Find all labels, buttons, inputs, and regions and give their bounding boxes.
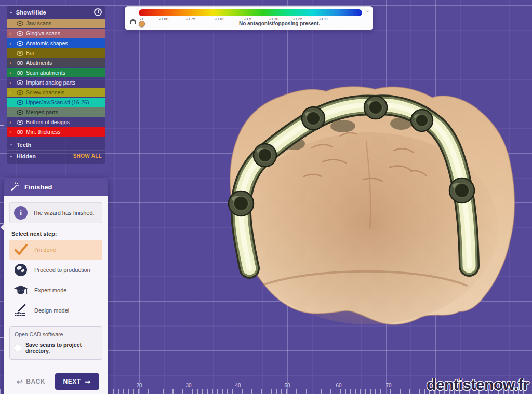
chevron-right-icon[interactable]: › [9, 40, 16, 46]
layer-label: Gingiva scans [26, 30, 60, 36]
layer-label: Jaw scans [26, 20, 51, 26]
layer-row-scan-abutments[interactable]: › Scan abutments [7, 68, 105, 77]
layer-label: Bar [26, 50, 34, 56]
left-edge-tick [0, 125, 4, 126]
design-model-icon [14, 304, 28, 317]
eye-icon[interactable] [17, 80, 23, 85]
chevron-right-icon[interactable]: › [9, 60, 16, 66]
scale-slider-knob[interactable] [139, 21, 145, 27]
chevron-right-icon[interactable]: › [9, 129, 16, 135]
production-icon [14, 263, 28, 277]
watermark: dentistenow.fr [427, 376, 529, 393]
layer-label: Anatomic shapes [26, 40, 68, 46]
ruler-number: 20 [136, 383, 142, 388]
checkbox[interactable] [15, 345, 21, 351]
layer-row-abutments[interactable]: › Abutments [7, 58, 105, 67]
layer-label: Merged parts [26, 109, 58, 115]
layer-row-upper-jaw-scan[interactable]: › UpperJawScan.stl (16-26) [7, 98, 105, 107]
next-step-prompt: Select next step: [11, 230, 100, 237]
step-proceed-to-production[interactable]: Proceed to production [9, 260, 102, 280]
arrow-left-icon: ↩ [17, 377, 23, 386]
power-icon[interactable] [94, 8, 102, 16]
ruler-number: 50 [284, 383, 290, 388]
info-icon: i [14, 206, 28, 220]
wizard-title: Finished [24, 183, 52, 191]
scale-slider-track [143, 24, 187, 24]
section-hidden[interactable]: › Hidden SHOW ALL [7, 150, 105, 161]
next-button[interactable]: NEXT ➞ [55, 373, 99, 390]
layer-label: Abutments [26, 60, 52, 66]
magic-wand-icon [10, 182, 20, 192]
check-icon [14, 243, 28, 256]
save-scans-checkbox-row[interactable]: Save scans to project directory. [15, 342, 97, 354]
section-label: Teeth [17, 142, 102, 148]
chevron-right-icon[interactable]: › [9, 70, 16, 76]
eye-icon[interactable] [17, 71, 23, 75]
open-cad-software-box: Open CAD software Save scans to project … [9, 326, 102, 360]
layer-row-gingiva-scans[interactable]: › Gingiva scans [7, 29, 105, 38]
back-button[interactable]: ↩ BACK [17, 377, 45, 386]
layer-label: Implant analog parts [26, 79, 75, 86]
arrow-right-icon: ➞ [85, 378, 91, 385]
section-teeth[interactable]: › Teeth [7, 139, 105, 150]
panel-title: Show/Hide [16, 9, 94, 16]
eye-icon[interactable] [17, 21, 23, 26]
step-im-done[interactable]: I'm done [9, 240, 102, 260]
layer-row-min-thickness[interactable]: › Min. thickness [7, 127, 105, 137]
distance-scale-panel: -1 -0.88 -0.75 -0.62 -0.5 -0.38 -0.25 -0… [125, 6, 373, 30]
cad-box-title: Open CAD software [15, 331, 97, 337]
step-expert-mode[interactable]: Expert mode [9, 280, 102, 300]
distance-color-scale [139, 9, 362, 16]
ruler-number: 70 [385, 383, 391, 388]
eye-icon[interactable] [17, 110, 23, 115]
graduation-cap-icon [14, 284, 28, 296]
eye-icon[interactable] [17, 61, 23, 65]
chevron-down-icon[interactable]: › [8, 11, 15, 13]
show-hide-panel: › Show/Hide › Jaw scans › Gingiva scans … [7, 6, 105, 164]
wizard-info-message: i The wizard has finished. [9, 202, 102, 223]
scale-tick: -0.88 [159, 17, 168, 21]
left-edge-tick [0, 337, 4, 338]
section-label: Hidden [17, 153, 73, 159]
layer-row-merged-parts[interactable]: › Merged parts [7, 107, 105, 117]
eye-icon[interactable] [17, 120, 23, 125]
chevron-down-icon[interactable]: › [8, 155, 15, 157]
ruler-number: 40 [235, 383, 241, 388]
panel-pointer [1, 223, 5, 232]
ruler-number: 60 [336, 383, 341, 388]
layer-label: Bottom of designs [26, 119, 70, 125]
chevron-right-icon[interactable]: › [9, 31, 16, 36]
eye-icon[interactable] [17, 90, 23, 95]
eye-icon[interactable] [17, 41, 23, 46]
eye-icon[interactable] [17, 130, 23, 134]
layer-row-screw-channels[interactable]: › Screw channels [7, 88, 105, 97]
chevron-right-icon[interactable]: › [9, 80, 16, 86]
chevron-right-icon[interactable]: › [9, 119, 16, 125]
wizard-header: Finished [4, 178, 108, 196]
layer-label: Min. thickness [26, 129, 61, 135]
layer-row-jaw-scans[interactable]: › Jaw scans [7, 19, 105, 28]
layer-row-bar[interactable]: › Bar [7, 48, 105, 58]
eye-icon[interactable] [17, 51, 23, 56]
antagonist-status-text: No antagonist/opposing present. [192, 21, 367, 26]
collapse-scale-icon[interactable]: › [364, 10, 371, 12]
chevron-down-icon[interactable]: › [8, 144, 15, 146]
layer-label: Screw channels [26, 89, 64, 96]
show-hide-header[interactable]: › Show/Hide [7, 6, 105, 18]
layer-label: UpperJawScan.stl (16-26) [26, 99, 89, 105]
layer-row-bottom-of-designs[interactable]: › Bottom of designs [7, 117, 105, 127]
eye-icon[interactable] [17, 100, 23, 105]
layer-row-anatomic-shapes[interactable]: › Anatomic shapes [7, 38, 105, 48]
show-all-button[interactable]: SHOW ALL [73, 153, 102, 159]
chevron-right-icon[interactable]: › [9, 90, 16, 96]
ruler-number: 30 [185, 383, 191, 388]
step-design-model[interactable]: Design model [9, 300, 102, 321]
layer-label: Scan abutments [26, 70, 65, 76]
wizard-panel: Finished i The wizard has finished. Sele… [4, 178, 108, 394]
checkbox-label: Save scans to project directory. [25, 342, 97, 354]
layer-row-implant-analog-parts[interactable]: › Implant analog parts [7, 78, 105, 87]
eye-icon[interactable] [17, 31, 23, 36]
